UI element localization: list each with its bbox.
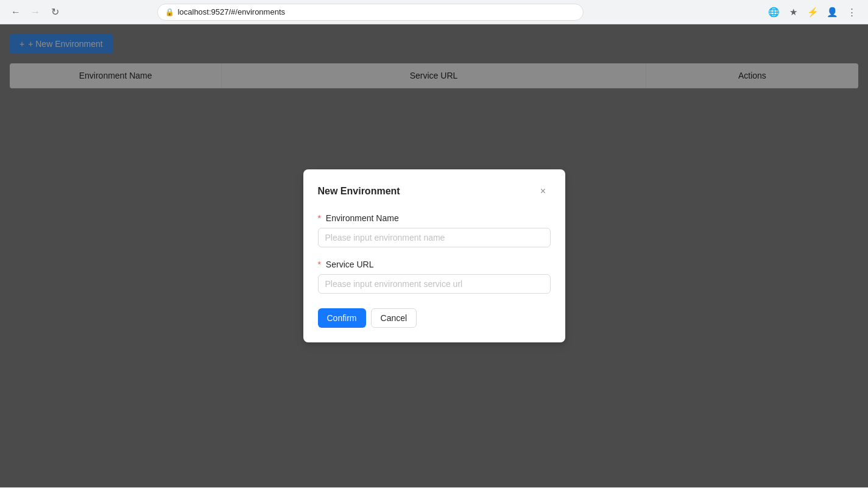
env-name-input[interactable] [318,228,551,247]
avatar-icon[interactable]: 👤 [824,4,841,21]
address-bar[interactable]: 🔒 localhost:9527/#/environments [157,4,584,21]
service-required-mark: * [318,260,321,269]
extension-icon[interactable]: ⚡ [805,4,822,21]
forward-button[interactable]: → [27,4,44,21]
env-name-label: * Environment Name [318,213,551,223]
required-mark: * [318,213,321,223]
browser-chrome: ← → ↻ 🔒 localhost:9527/#/environments 🌐 … [0,0,868,24]
env-name-group: * Environment Name [318,213,551,247]
browser-actions: 🌐 ★ ⚡ 👤 ⋮ [766,4,861,21]
service-url-label-text: Service URL [326,260,374,269]
nav-buttons: ← → ↻ [7,4,63,21]
modal-header: New Environment × [318,184,551,199]
modal-close-button[interactable]: × [536,184,551,199]
env-name-label-text: Environment Name [326,213,399,223]
modal-title: New Environment [318,186,400,197]
translate-icon[interactable]: 🌐 [766,4,783,21]
back-button[interactable]: ← [7,4,24,21]
service-url-input[interactable] [318,274,551,294]
service-url-label: * Service URL [318,260,551,269]
page-content: + + New Environment Environment Name Ser… [0,24,868,487]
security-icon: 🔒 [165,8,174,16]
reload-button[interactable]: ↻ [46,4,63,21]
confirm-button[interactable]: Confirm [318,308,366,328]
bookmark-icon[interactable]: ★ [785,4,802,21]
page-inner: + + New Environment Environment Name Ser… [0,24,868,487]
new-environment-modal: New Environment × * Environment Name [303,169,565,342]
modal-footer: Confirm Cancel [318,308,551,328]
close-icon: × [540,186,546,197]
url-text: localhost:9527/#/environments [178,7,285,16]
service-url-group: * Service URL [318,260,551,294]
menu-icon[interactable]: ⋮ [844,4,861,21]
cancel-button[interactable]: Cancel [371,308,417,328]
modal-overlay: New Environment × * Environment Name [0,24,868,487]
